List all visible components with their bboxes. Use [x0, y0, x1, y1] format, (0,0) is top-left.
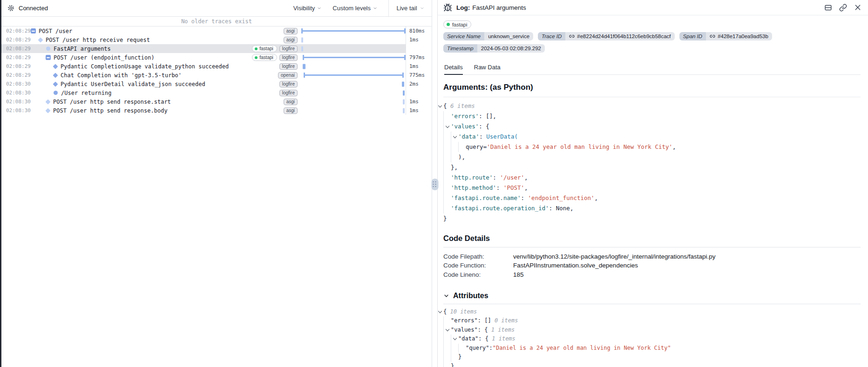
duration-label: 1ms [406, 35, 432, 44]
trace-row[interactable]: 02:08:30POST /user http send response.st… [1, 97, 432, 106]
token-punct: } [458, 354, 461, 360]
connection-status-label: Connected [19, 5, 48, 12]
trace-row[interactable]: 02:08:29Chat Completion with 'gpt-3.5-tu… [1, 71, 432, 80]
collapse-chevron-icon[interactable] [453, 132, 457, 136]
minus-square-icon[interactable] [46, 55, 51, 60]
visibility-menu[interactable]: Visibility [293, 5, 322, 12]
no-older-traces-banner: No older traces exist [1, 17, 432, 27]
code-line: { 10 items [443, 307, 861, 317]
trace-row-message: POST /user http send response.body [53, 107, 168, 114]
collapse-chevron-icon[interactable] [438, 101, 442, 105]
close-icon[interactable] [854, 4, 861, 11]
scope-tag: openai [278, 72, 298, 79]
token-punct: : { [479, 123, 489, 130]
indent-guide [443, 353, 451, 362]
metadata-value[interactable]: #e8224d24d41f064b112c6eb9cb58cacf [565, 32, 674, 40]
metadata-value-text: #e8224d24d41f064b112c6eb9cb58cacf [577, 33, 671, 39]
trace-row[interactable]: 02:08:29POST /userasgi810ms [1, 27, 432, 35]
service-tag[interactable]: fastapi [443, 20, 471, 28]
trace-row-time: 02:08:30 [6, 81, 31, 87]
collapse-chevron-icon[interactable] [453, 334, 457, 339]
duration-bar-track [301, 62, 406, 71]
trace-row[interactable]: 02:08:29Pydantic CompletionUsage validat… [1, 62, 432, 71]
live-tail-menu[interactable]: Live tail [388, 0, 432, 16]
token-punct: : [493, 174, 500, 181]
token-meta: 6 items [450, 102, 475, 109]
trace-row-time: 02:08:29 [6, 72, 31, 78]
indent-guide [443, 162, 451, 173]
code-line: query='Daniel is a 24 year old man livin… [443, 142, 861, 152]
service-status-dot [255, 56, 258, 59]
metadata-value-text: #428e17a0ea9ad53b [718, 33, 768, 39]
token-punct: { [443, 308, 450, 315]
tab-details[interactable]: Details [444, 64, 463, 75]
trace-row[interactable]: 02:08:29FastAPI argumentsfastapilogfire [1, 44, 432, 53]
token-str: 'POST' [503, 184, 524, 191]
trace-list-panel: Connected Visibility Custom levels Live … [1, 0, 432, 367]
indent-guide [451, 142, 458, 152]
service-tag-label: fastapi [452, 22, 467, 27]
trace-row-tags: openai [278, 72, 301, 79]
duration-label: 775ms [406, 71, 432, 80]
indent-guide [443, 334, 451, 344]
collapse-chevron-icon[interactable] [446, 326, 450, 330]
trace-row-message: POST /user http receive request [46, 37, 150, 43]
chevron-down-icon [420, 6, 424, 10]
metadata-value[interactable]: #428e17a0ea9ad53b [706, 32, 772, 40]
splitter-grip[interactable] [431, 179, 438, 190]
panel-splitter[interactable] [432, 0, 437, 367]
code-line: } [443, 214, 861, 224]
chevron-down-icon [373, 6, 377, 10]
copy-link-icon[interactable] [839, 4, 847, 12]
trace-row-time: 02:08:30 [6, 99, 31, 105]
indent-guide [443, 142, 451, 152]
metadata-row: Timestamp2024-05-03 02:08:29.292 [443, 44, 861, 53]
gear-icon[interactable] [7, 5, 14, 12]
duration-bar [304, 74, 404, 76]
code-detail-row: Code Lineno:185 [443, 270, 861, 279]
token-key: 'http.method' [451, 184, 496, 191]
indent-guide [443, 152, 451, 162]
split-panel-icon[interactable] [824, 4, 832, 12]
code-line-tokens: } [451, 362, 454, 367]
indent-guide [458, 344, 466, 353]
tab-raw-data[interactable]: Raw Data [474, 64, 501, 74]
custom-levels-menu[interactable]: Custom levels [332, 5, 377, 12]
trace-row[interactable]: 02:08:30POST /user http send response.bo… [1, 106, 432, 115]
log-title: Log: FastAPI arguments [456, 4, 526, 11]
logfire-live-view: Connected Visibility Custom levels Live … [0, 0, 868, 367]
trace-row[interactable]: 02:08:30Pydantic UserDetail validate_jso… [1, 80, 432, 88]
trace-row-message: FastAPI arguments [54, 46, 111, 52]
code-detail-value: FastAPIInstrumentation.solve_dependencie… [513, 261, 638, 270]
metadata-label: Timestamp [443, 44, 477, 53]
token-punct: }, [451, 164, 458, 171]
indent-guide [458, 142, 466, 152]
trace-row-tags: asgi [284, 99, 301, 105]
token-plain: query= [466, 143, 487, 150]
code-details-table: Code Filepath:venv/lib/python3.12/site-p… [443, 252, 861, 279]
trace-row-message: POST /user [39, 28, 72, 34]
trace-row-message: POST /user (endpoint_function) [54, 54, 155, 61]
trace-row[interactable]: 02:08:30/User returninglogfire [1, 88, 432, 97]
code-line: 'data': UserData( [443, 132, 861, 142]
scope-tag: asgi [284, 99, 298, 105]
minus-square-icon[interactable] [31, 28, 36, 33]
trace-row-tags: logfire [279, 81, 301, 87]
token-punct: , [524, 184, 528, 191]
token-punct: "values": { [451, 327, 491, 333]
link-icon [569, 33, 575, 39]
token-str: 'Daniel is a 24 year old man living in N… [487, 143, 672, 150]
trace-row[interactable]: 02:08:29POST /user (endpoint_function)fa… [1, 53, 432, 62]
service-tag: fastapi [252, 45, 277, 52]
bug-icon [443, 3, 452, 12]
token-meta: 1 items [492, 335, 515, 342]
code-detail-row: Code Filepath:venv/lib/python3.12/site-p… [443, 252, 861, 261]
chevron-down-icon[interactable] [443, 293, 449, 299]
collapse-chevron-icon[interactable] [446, 121, 450, 126]
code-line-tokens: query='Daniel is a 24 year old man livin… [466, 142, 676, 152]
trace-row-tags: logfire [279, 90, 301, 96]
metadata-value-text: 2024-05-03 02:08:29.292 [481, 46, 541, 51]
collapse-chevron-icon[interactable] [438, 307, 442, 312]
trace-row[interactable]: 02:08:29POST /user http receive requesta… [1, 35, 432, 44]
code-detail-label: Code Lineno: [443, 270, 513, 279]
